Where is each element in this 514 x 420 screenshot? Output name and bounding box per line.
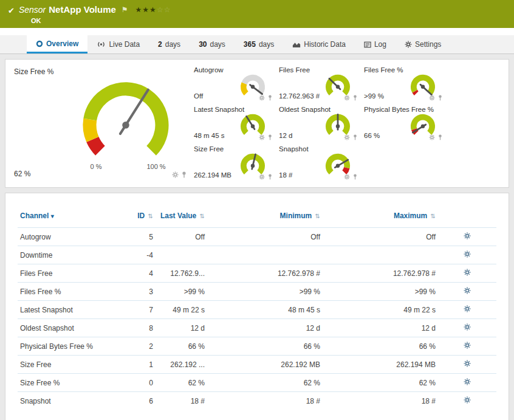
column-actions <box>438 209 496 228</box>
channel-row-files-free: Files Free %3>99 %>99 %>99 % <box>18 283 496 301</box>
gauge-label: Snapshot <box>279 145 309 153</box>
gauge-settings-icon[interactable] <box>259 134 265 140</box>
channel-settings-icon[interactable] <box>464 305 471 312</box>
gauge-value: 12.762.963 # <box>279 92 320 100</box>
gauges-panel: Size Free % 0 % 100 % 62 % AutogrowOffFi… <box>5 59 509 188</box>
column-last-value[interactable]: Last Value ⇅ <box>156 209 207 228</box>
channels-panel: Channel ▾ID ⇅Last Value ⇅Minimum ⇅Maximu… <box>5 193 509 420</box>
gauge-pin-icon[interactable] <box>268 174 272 180</box>
channel-name[interactable]: Latest Snapshot <box>18 301 118 319</box>
column-minimum[interactable]: Minimum ⇅ <box>207 209 323 228</box>
column-channel[interactable]: Channel ▾ <box>18 209 118 228</box>
gauge-value: Off <box>194 92 203 100</box>
channel-last-value: 62 % <box>156 374 207 392</box>
sensor-header: ✔ Sensor NetApp Volume ⚑ ★★★☆☆ OK <box>0 0 514 28</box>
gauge-pin-icon[interactable] <box>353 134 357 140</box>
tab-label: Log <box>374 40 386 49</box>
channel-settings-icon[interactable] <box>464 396 471 404</box>
channel-name[interactable]: Size Free % <box>18 374 118 392</box>
channel-id: 5 <box>118 228 156 246</box>
gauge-actions <box>429 134 442 140</box>
tab-overview[interactable]: Overview <box>27 35 87 53</box>
gauge-settings-icon[interactable] <box>344 95 350 101</box>
channel-settings-icon[interactable] <box>464 269 471 276</box>
tab-historic-data[interactable]: Historic Data <box>283 35 355 53</box>
channel-name[interactable]: Files Free <box>18 264 118 283</box>
tab-live-data[interactable]: Live Data <box>87 35 149 53</box>
channel-name[interactable]: Snapshot <box>18 392 118 410</box>
channel-minimum: 18 # <box>207 392 323 410</box>
channel-name[interactable]: Files Free % <box>18 283 118 301</box>
flag-icon[interactable]: ⚑ <box>122 5 128 14</box>
column-label: ID <box>137 212 145 220</box>
gauge-label: Files Free <box>279 66 310 74</box>
gauge-label: Oldest Snapshot <box>279 106 331 113</box>
channel-row-size-free: Size Free1262.192 ...262.192 MB262.194 M… <box>18 356 496 374</box>
channel-id: 8 <box>118 319 156 337</box>
channel-maximum: >99 % <box>323 283 438 301</box>
tab-365-days[interactable]: 365days <box>235 35 283 53</box>
gauge-files-free: Files Free12.762.963 # <box>274 64 359 104</box>
column-label: Channel <box>20 212 49 220</box>
tab-2-days[interactable]: 2days <box>149 35 190 53</box>
column-id[interactable]: ID ⇅ <box>118 209 156 228</box>
channel-row-oldest-snapshot: Oldest Snapshot812 d12 d12 d <box>18 319 496 337</box>
channel-name[interactable]: Autogrow <box>18 228 118 246</box>
channel-name[interactable]: Size Free <box>18 356 118 374</box>
channel-settings-icon[interactable] <box>464 232 471 239</box>
tab-number: 365 <box>244 40 256 49</box>
channel-last-value: >99 % <box>156 283 207 301</box>
gauge-oldest-snapshot: Oldest Snapshot12 d <box>274 104 359 143</box>
column-maximum[interactable]: Maximum ⇅ <box>323 209 438 228</box>
channel-settings-icon[interactable] <box>464 250 471 258</box>
gauge-pin-icon[interactable] <box>182 171 187 178</box>
channel-actions <box>438 264 496 283</box>
channel-row-autogrow: Autogrow5OffOffOff <box>18 228 496 246</box>
gauge-settings-icon[interactable] <box>344 134 350 140</box>
gauge-pin-icon[interactable] <box>438 95 442 101</box>
channel-name[interactable]: Physical Bytes Free % <box>18 337 118 356</box>
tab-settings[interactable]: Settings <box>396 35 450 53</box>
channel-minimum <box>207 246 323 264</box>
gauge-pin-icon[interactable] <box>353 174 357 180</box>
tab-label: days <box>210 40 225 49</box>
channel-settings-icon[interactable] <box>464 342 471 349</box>
gauge-settings-icon[interactable] <box>259 95 265 101</box>
channel-name[interactable]: Oldest Snapshot <box>18 319 118 337</box>
gauge-settings-icon[interactable] <box>344 174 350 180</box>
channel-settings-icon[interactable] <box>464 287 471 294</box>
channel-last-value: 262.192 ... <box>156 356 207 374</box>
title-line: Sensor NetApp Volume ⚑ ★★★☆☆ <box>19 4 171 15</box>
header-spacer <box>0 28 514 35</box>
tab-label: Overview <box>46 40 78 48</box>
primary-gauge-value: 62 % <box>14 170 30 178</box>
gauge-pin-icon[interactable] <box>268 134 272 140</box>
channel-id: 6 <box>118 392 156 410</box>
channel-settings-icon[interactable] <box>464 360 471 367</box>
gauge-settings-icon[interactable] <box>259 174 265 180</box>
gauge-pin-icon[interactable] <box>353 95 357 101</box>
gauge-label: Physical Bytes Free % <box>364 106 434 113</box>
gauge-settings-icon[interactable] <box>429 95 435 101</box>
channel-last-value: 12.762.9... <box>156 264 207 283</box>
channel-last-value: 66 % <box>156 337 207 356</box>
overview-icon <box>36 40 43 47</box>
channel-name[interactable]: Downtime <box>18 246 118 264</box>
gauge-label: Latest Snapshot <box>194 106 244 113</box>
channel-row-snapshot: Snapshot618 #18 #18 # <box>18 392 496 410</box>
channel-settings-icon[interactable] <box>464 323 471 331</box>
tab-log[interactable]: Log <box>355 35 396 53</box>
gauge-label: Autogrow <box>194 66 224 74</box>
primary-gauge-min-label: 0 % <box>87 163 105 170</box>
channel-id: 0 <box>118 374 156 392</box>
channel-settings-icon[interactable] <box>464 378 471 385</box>
tab-30-days[interactable]: 30days <box>190 35 235 53</box>
gauge-pin-icon[interactable] <box>268 95 272 101</box>
gauge-settings-icon[interactable] <box>429 134 435 140</box>
channel-actions <box>438 356 496 374</box>
gauge-pin-icon[interactable] <box>438 134 442 140</box>
priority-stars[interactable]: ★★★☆☆ <box>135 5 171 14</box>
channel-maximum: 62 % <box>323 374 438 392</box>
gauge-settings-icon[interactable] <box>172 171 179 178</box>
channel-maximum: 12.762.978 # <box>323 264 438 283</box>
